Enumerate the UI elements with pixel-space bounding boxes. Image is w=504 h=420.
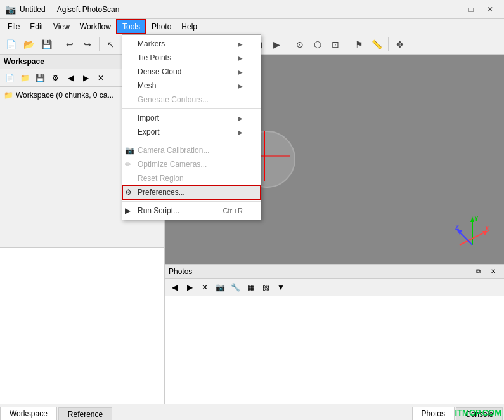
optimize-cameras-icon: ✏ <box>125 160 131 169</box>
menu-item-markers[interactable]: Markers ▶ <box>122 37 261 51</box>
export-label: Export <box>138 128 160 136</box>
run-script-label: Run Script... <box>138 206 179 215</box>
mesh-label: Mesh <box>138 81 156 90</box>
markers-label: Markers <box>138 39 165 48</box>
sep3 <box>122 201 261 202</box>
dense-cloud-arrow: ▶ <box>238 69 243 75</box>
tie-points-label: Tie Points <box>138 53 171 62</box>
menu-item-dense-cloud[interactable]: Dense Cloud ▶ <box>122 65 261 79</box>
menu-item-reset-region: Reset Region <box>122 171 261 185</box>
menu-item-import[interactable]: Import ▶ <box>122 111 261 125</box>
preferences-label: Preferences... <box>138 188 185 197</box>
camera-calibration-label: Camera Calibration... <box>138 146 209 155</box>
import-arrow: ▶ <box>238 115 243 122</box>
import-label: Import <box>138 114 159 122</box>
markers-arrow: ▶ <box>238 41 243 48</box>
menu-item-camera-calibration: 📷 Camera Calibration... <box>122 143 261 157</box>
sep1 <box>122 108 261 109</box>
generate-contours-label: Generate Contours... <box>138 95 209 104</box>
tools-menu: Markers ▶ Tie Points ▶ Dense Cloud ▶ Mes… <box>122 34 261 220</box>
run-script-icon: ▶ <box>125 206 131 215</box>
reset-region-label: Reset Region <box>138 174 184 183</box>
camera-calibration-icon: 📷 <box>125 146 134 155</box>
menu-item-preferences[interactable]: ⚙ Preferences... <box>122 185 261 199</box>
preferences-icon: ⚙ <box>125 188 132 197</box>
menu-item-generate-contours: Generate Contours... <box>122 93 261 107</box>
menu-item-optimize-cameras: ✏ Optimize Cameras... <box>122 157 261 171</box>
menu-item-run-script[interactable]: ▶ Run Script... Ctrl+R <box>122 204 261 218</box>
export-arrow: ▶ <box>238 129 243 136</box>
run-script-shortcut: Ctrl+R <box>223 207 243 214</box>
sep2 <box>122 141 261 141</box>
dropdown-overlay[interactable]: Markers ▶ Tie Points ▶ Dense Cloud ▶ Mes… <box>0 0 504 420</box>
menu-item-tie-points[interactable]: Tie Points ▶ <box>122 51 261 65</box>
mesh-arrow: ▶ <box>238 82 243 89</box>
menu-item-export[interactable]: Export ▶ <box>122 125 261 139</box>
dense-cloud-label: Dense Cloud <box>138 67 181 76</box>
optimize-cameras-label: Optimize Cameras... <box>138 160 207 169</box>
menu-item-mesh[interactable]: Mesh ▶ <box>122 79 261 93</box>
tie-points-arrow: ▶ <box>238 55 243 62</box>
